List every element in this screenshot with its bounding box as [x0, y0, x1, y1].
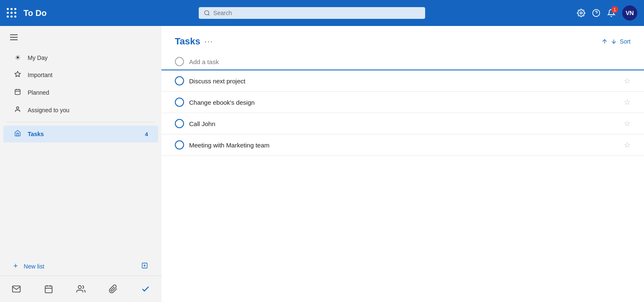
task-star-3[interactable]: ☆	[624, 119, 631, 128]
sort-label: Sort	[620, 38, 631, 45]
task-star-4[interactable]: ☆	[624, 140, 631, 150]
star-icon	[13, 71, 22, 79]
new-list-button[interactable]: + New list	[3, 258, 158, 275]
apps-grid-icon[interactable]	[7, 8, 17, 18]
calendar-nav-icon	[44, 284, 53, 294]
task-checkbox-4[interactable]	[175, 140, 184, 150]
task-label-4: Meeting with Marketing team	[189, 142, 619, 149]
sidebar-item-my-day[interactable]: ☀ My Day	[3, 49, 158, 66]
task-label-1: Discuss next project	[189, 77, 619, 85]
task-label-2: Change ebook's design	[189, 99, 619, 106]
person-icon	[13, 106, 22, 114]
task-star-2[interactable]: ☆	[624, 98, 631, 107]
sort-icon-down	[610, 38, 617, 45]
content-header: Tasks ··· Sort	[161, 26, 644, 54]
mail-button[interactable]	[8, 281, 24, 297]
app-title: To Do	[23, 8, 47, 18]
sidebar-label-my-day: My Day	[28, 54, 148, 61]
checkmark-icon	[141, 284, 150, 294]
sort-icon	[601, 38, 608, 45]
sun-icon: ☀	[13, 54, 22, 62]
sidebar-bottom	[0, 276, 161, 302]
new-list-label: New list	[24, 263, 44, 270]
task-row[interactable]: Change ebook's design ☆	[161, 92, 644, 113]
help-button[interactable]	[592, 9, 600, 17]
home-icon	[13, 130, 22, 138]
svg-point-0	[204, 10, 208, 15]
sidebar-item-important[interactable]: Important	[3, 67, 158, 83]
notifications-button[interactable]: 1	[607, 9, 615, 17]
task-row[interactable]: Call John ☆	[161, 113, 644, 134]
header-actions: 1 VN	[577, 5, 637, 21]
plus-icon: +	[13, 262, 18, 271]
avatar[interactable]: VN	[622, 5, 637, 21]
more-options-button[interactable]: ···	[205, 37, 213, 46]
attachments-button[interactable]	[105, 281, 121, 297]
sidebar-label-assigned: Assigned to you	[28, 107, 148, 114]
sidebar-item-assigned-to-you[interactable]: Assigned to you	[3, 102, 158, 119]
sidebar-top	[0, 26, 161, 45]
task-checkbox-1[interactable]	[175, 76, 184, 85]
svg-marker-5	[15, 71, 20, 77]
svg-point-2	[580, 12, 582, 14]
sidebar-item-planned[interactable]: Planned	[3, 84, 158, 101]
mail-icon	[12, 284, 21, 294]
add-task-input[interactable]	[189, 58, 631, 65]
task-row[interactable]: Discuss next project ☆	[161, 70, 644, 92]
content-area: Tasks ··· Sort Discuss next proj	[161, 26, 644, 302]
sidebar-divider	[7, 122, 155, 122]
todo-button[interactable]	[138, 281, 153, 297]
export-list-icon[interactable]	[141, 262, 148, 271]
sidebar: ☀ My Day Important Planned	[0, 26, 161, 302]
svg-line-1	[208, 14, 209, 15]
add-task-row[interactable]	[161, 54, 644, 70]
svg-rect-6	[15, 90, 20, 95]
calendar-button[interactable]	[41, 281, 57, 297]
task-label-3: Call John	[189, 120, 619, 127]
svg-point-18	[78, 286, 81, 289]
sidebar-label-planned: Planned	[28, 89, 148, 96]
svg-rect-14	[45, 286, 52, 293]
svg-point-10	[16, 107, 18, 109]
task-checkbox-2[interactable]	[175, 98, 184, 107]
task-list: Discuss next project ☆ Change ebook's de…	[161, 70, 644, 302]
settings-button[interactable]	[577, 9, 585, 17]
hamburger-button[interactable]	[8, 33, 19, 42]
calendar-icon	[13, 88, 22, 97]
gear-icon	[577, 9, 585, 17]
people-button[interactable]	[73, 281, 89, 297]
notification-badge: 1	[611, 6, 618, 13]
sidebar-item-tasks[interactable]: Tasks 4	[3, 126, 158, 142]
search-icon	[204, 10, 210, 16]
task-row[interactable]: Meeting with Marketing team ☆	[161, 134, 644, 156]
sidebar-label-tasks: Tasks	[28, 131, 139, 137]
search-bar[interactable]	[199, 7, 425, 19]
paperclip-icon	[109, 284, 118, 294]
tasks-count-badge: 4	[145, 131, 148, 137]
sort-button[interactable]: Sort	[601, 38, 631, 45]
people-icon	[76, 284, 86, 294]
content-title: Tasks	[175, 36, 200, 47]
task-star-1[interactable]: ☆	[624, 76, 631, 85]
main-layout: ☀ My Day Important Planned	[0, 26, 644, 302]
question-icon	[592, 9, 600, 17]
add-task-circle[interactable]	[175, 57, 184, 66]
task-checkbox-3[interactable]	[175, 119, 184, 128]
search-input[interactable]	[213, 10, 420, 16]
app-header: To Do 1 VN	[0, 0, 644, 26]
sidebar-nav: ☀ My Day Important Planned	[0, 45, 161, 257]
sidebar-label-important: Important	[28, 72, 148, 78]
